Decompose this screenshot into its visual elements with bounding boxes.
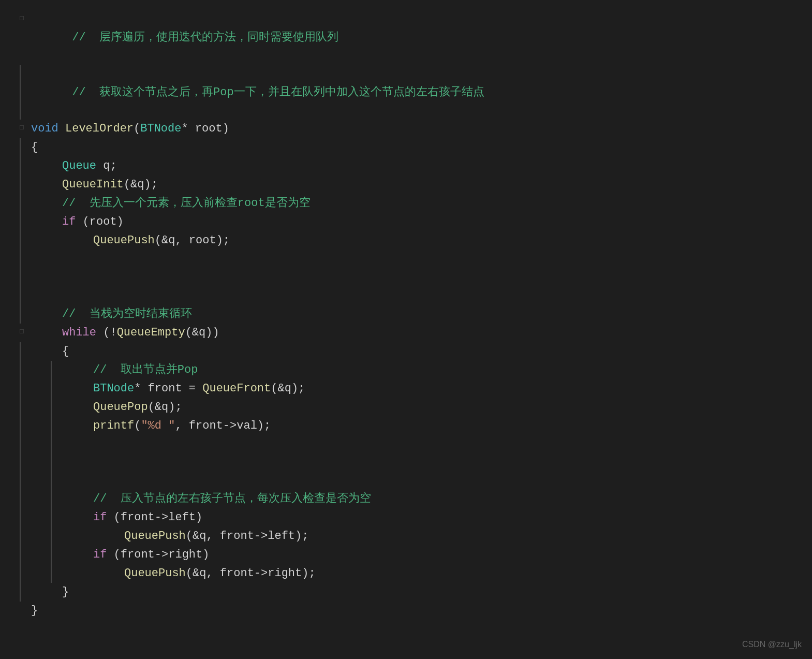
fold-guide (20, 138, 21, 157)
fold-guide-2 (51, 546, 52, 564)
code-line-14: // 取出节点并Pop (16, 361, 812, 379)
keyword-void: void (31, 120, 58, 138)
comment-push-check: // 先压入一个元素，压入前检查root是否为空 (62, 194, 311, 212)
code-line-6: QueueInit (&q); (16, 175, 812, 194)
func-queuefront: QueueFront (202, 379, 271, 398)
keyword-if-3: if (93, 546, 107, 564)
code-line-1: □ // 层序遍历，使用迭代的方法，同时需要使用队列 (16, 10, 812, 65)
code-comment: // 层序遍历，使用迭代的方法，同时需要使用队列 (31, 10, 338, 65)
code-line-15: BTNode * front = QueueFront (&q); (16, 379, 812, 398)
code-line-2: // 获取这个节点之后，再Pop一下，并且在队列中加入这个节点的左右孩子结点 (16, 65, 812, 120)
code-line-5: Queue q; (16, 157, 812, 175)
fold-guide (20, 508, 21, 527)
fold-icon-12[interactable]: □ (20, 327, 24, 338)
fold-guide (20, 379, 21, 398)
code-line-21: QueuePush (&q, front->left); (16, 527, 812, 546)
string-format: "%d " (141, 417, 175, 435)
func-queuepush-left: QueuePush (124, 527, 186, 545)
fold-guide-2 (51, 527, 52, 546)
keyword-while: while (62, 324, 96, 342)
fold-guide (20, 194, 21, 213)
fold-guide (20, 342, 21, 361)
fold-guide-2 (51, 564, 52, 583)
watermark: CSDN @zzu_ljk (742, 638, 802, 651)
fold-guide-2 (51, 417, 52, 435)
fold-guide-2 (51, 361, 52, 379)
fold-icon-3[interactable]: □ (20, 123, 24, 134)
code-line-4: { (16, 138, 812, 157)
func-queueempty: QueueEmpty (117, 324, 185, 342)
code-line-8: if (root) (16, 213, 812, 231)
code-line-19: // 压入节点的左右孩子节点，每次压入检查是否为空 (16, 490, 812, 508)
fold-guide (20, 435, 21, 490)
code-line-11: // 当栈为空时结束循环 (16, 305, 812, 324)
fold-guide (20, 175, 21, 194)
comment-pop: // 取出节点并Pop (93, 361, 198, 379)
code-line-24: } (16, 583, 812, 602)
code-line-16: QueuePop (&q); (16, 398, 812, 417)
func-queueinit: QueueInit (62, 175, 124, 194)
fold-guide (20, 417, 21, 435)
fold-guide-2 (51, 398, 52, 417)
fold-guide-2 (51, 379, 52, 398)
fold-guide (20, 398, 21, 417)
fold-guide (20, 583, 21, 602)
fold-guide (20, 231, 21, 250)
keyword-if-2: if (93, 508, 107, 526)
code-line-20: if (front->left) (16, 508, 812, 527)
fold-guide (20, 490, 21, 508)
fold-guide (20, 213, 21, 231)
code-line-13: { (16, 342, 812, 361)
code-line-17: printf ( "%d " , front->val); (16, 417, 812, 435)
type-btnode: BTNode (140, 120, 181, 138)
fold-guide (20, 157, 21, 175)
func-name: LevelOrder (65, 120, 134, 138)
func-printf: printf (93, 417, 134, 435)
code-line-10 (16, 250, 812, 305)
fold-guide (20, 65, 21, 120)
code-line-23: QueuePush (&q, front->right); (16, 564, 812, 583)
code-comment: // 获取这个节点之后，再Pop一下，并且在队列中加入这个节点的左右孩子结点 (31, 65, 484, 120)
fold-guide-2 (51, 508, 52, 527)
fold-icon-1[interactable]: □ (20, 13, 24, 24)
type-btnode2: BTNode (93, 379, 134, 398)
keyword-if: if (62, 213, 76, 231)
code-line-3: □ void LevelOrder ( BTNode * root) (16, 120, 812, 138)
comment-end-loop: // 当栈为空时结束循环 (62, 305, 192, 323)
code-line-22: if (front->right) (16, 546, 812, 564)
func-queuepush-right: QueuePush (124, 564, 186, 582)
fold-guide (20, 361, 21, 379)
code-line-7: // 先压入一个元素，压入前检查root是否为空 (16, 194, 812, 213)
fold-guide-2 (51, 490, 52, 508)
fold-guide (20, 305, 21, 324)
fold-guide (20, 564, 21, 583)
code-line-9: QueuePush (&q, root); (16, 231, 812, 250)
fold-guide (20, 250, 21, 305)
comment-push-children: // 压入节点的左右孩子节点，每次压入检查是否为空 (93, 490, 371, 508)
type-queue: Queue (62, 157, 96, 175)
code-line-12: □ while (! QueueEmpty (&q)) (16, 324, 812, 342)
fold-guide (20, 546, 21, 564)
fold-guide (20, 527, 21, 546)
code-line-18 (16, 435, 812, 490)
func-queuepush: QueuePush (93, 231, 155, 250)
func-queuepop: QueuePop (93, 398, 148, 416)
code-editor: □ // 层序遍历，使用迭代的方法，同时需要使用队列 // 获取这个节点之后，再… (0, 0, 812, 631)
fold-guide-2 (51, 435, 52, 490)
code-line-25: } (16, 602, 812, 620)
